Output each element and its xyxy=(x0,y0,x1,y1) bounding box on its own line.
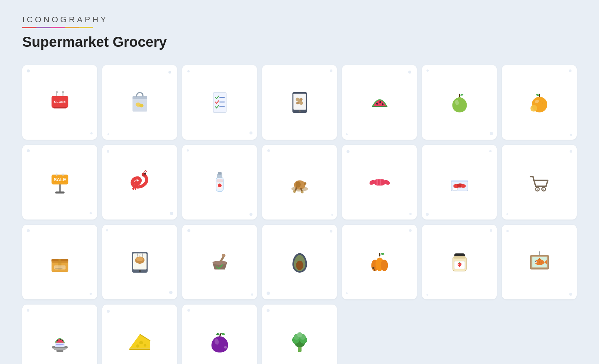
svg-point-35 xyxy=(542,103,543,104)
svg-point-122 xyxy=(60,338,61,340)
logo-underline xyxy=(22,27,577,28)
icon-meat-pack xyxy=(422,145,497,220)
icon-shrimp xyxy=(102,145,177,220)
svg-point-32 xyxy=(530,105,537,111)
svg-rect-36 xyxy=(59,183,61,193)
svg-point-89 xyxy=(136,257,144,261)
underline-pink xyxy=(51,27,65,28)
icon-eggplant xyxy=(182,305,257,364)
svg-point-128 xyxy=(136,344,139,347)
svg-point-76 xyxy=(543,188,544,189)
svg-rect-37 xyxy=(55,191,64,194)
svg-rect-49 xyxy=(218,172,222,175)
svg-point-2 xyxy=(55,91,58,93)
svg-line-130 xyxy=(220,333,221,336)
underline-red xyxy=(22,27,36,28)
icon-orange xyxy=(502,65,577,140)
svg-point-10 xyxy=(139,104,143,107)
svg-point-41 xyxy=(62,173,64,176)
icon-meat-tablet xyxy=(262,65,337,140)
svg-point-105 xyxy=(458,264,459,265)
svg-point-92 xyxy=(212,260,227,264)
svg-point-22 xyxy=(296,101,299,104)
svg-point-23 xyxy=(300,98,302,101)
underline-orange xyxy=(65,27,79,28)
svg-point-93 xyxy=(296,260,303,270)
svg-text:SALE: SALE xyxy=(54,177,66,182)
icon-fish-frame xyxy=(502,225,577,299)
icon-cheese xyxy=(102,305,177,364)
svg-point-112 xyxy=(535,261,536,262)
svg-point-40 xyxy=(55,173,58,176)
svg-rect-80 xyxy=(60,259,68,261)
svg-point-74 xyxy=(537,188,538,189)
icon-grocery-bag xyxy=(102,65,177,140)
underline-purple xyxy=(36,27,51,28)
icon-roast-chicken xyxy=(262,145,337,220)
svg-point-59 xyxy=(301,191,303,193)
underline-yellow xyxy=(79,27,93,28)
svg-point-97 xyxy=(380,260,388,271)
icon-mortar-pestle xyxy=(182,225,257,299)
icon-food-tablet xyxy=(102,225,177,299)
icon-jam-jar xyxy=(422,225,497,299)
icon-broccoli xyxy=(262,305,337,364)
svg-point-114 xyxy=(538,251,540,253)
svg-point-140 xyxy=(297,332,302,337)
icon-shopping-cart xyxy=(502,145,577,220)
svg-rect-79 xyxy=(51,259,59,261)
svg-point-91 xyxy=(222,253,225,257)
svg-point-3 xyxy=(62,91,64,93)
icon-avocado xyxy=(262,225,337,299)
svg-rect-71 xyxy=(453,188,457,190)
svg-rect-6 xyxy=(53,107,66,108)
icon-pear xyxy=(422,65,497,140)
icon-close-sign: CLOSE xyxy=(22,65,97,140)
svg-rect-52 xyxy=(216,179,223,182)
svg-marker-125 xyxy=(129,348,150,350)
svg-point-99 xyxy=(373,269,375,270)
icon-box xyxy=(22,225,97,299)
svg-point-126 xyxy=(139,341,143,344)
page-title: Supermarket Grocery xyxy=(22,34,577,50)
svg-point-106 xyxy=(460,263,460,264)
svg-rect-103 xyxy=(453,256,466,259)
icon-grid: CLOSE xyxy=(22,65,577,364)
icon-sauce-bottle xyxy=(182,145,257,220)
icon-pumpkin xyxy=(342,225,417,299)
svg-point-132 xyxy=(224,346,226,348)
svg-point-87 xyxy=(139,270,141,272)
icon-sale-sign: SALE xyxy=(22,145,97,220)
icon-checklist xyxy=(182,65,257,140)
icon-candy xyxy=(342,145,417,220)
svg-point-18 xyxy=(299,110,301,113)
svg-rect-67 xyxy=(451,180,468,182)
svg-point-34 xyxy=(540,101,541,102)
svg-rect-8 xyxy=(132,96,147,99)
svg-text:CLOSE: CLOSE xyxy=(54,100,65,104)
svg-point-98 xyxy=(372,267,374,269)
icon-watermelon xyxy=(342,65,417,140)
svg-point-55 xyxy=(295,181,300,188)
svg-rect-63 xyxy=(376,179,378,185)
svg-rect-116 xyxy=(54,348,65,350)
svg-rect-118 xyxy=(55,342,64,347)
svg-rect-64 xyxy=(380,179,381,185)
svg-point-51 xyxy=(218,183,222,187)
svg-point-58 xyxy=(293,190,296,193)
svg-rect-11 xyxy=(213,92,226,112)
svg-rect-117 xyxy=(56,350,64,351)
svg-point-127 xyxy=(144,344,146,346)
header: ICONOGRAPHY Supermarket Grocery xyxy=(22,15,577,50)
svg-point-70 xyxy=(460,184,466,188)
svg-rect-94 xyxy=(379,253,380,256)
svg-rect-82 xyxy=(54,265,65,269)
logo-text: ICONOGRAPHY xyxy=(22,15,577,25)
icon-watermelon-scale xyxy=(22,305,97,364)
